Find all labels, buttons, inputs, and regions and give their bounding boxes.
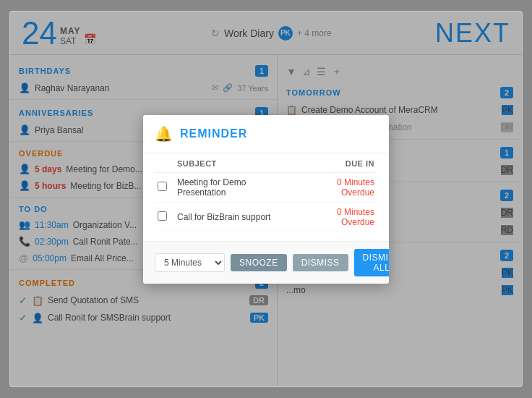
- modal-title: REMINDER: [180, 127, 247, 140]
- modal-header: 🔔 REMINDER: [143, 115, 389, 153]
- bell-icon: 🔔: [155, 125, 173, 143]
- checkbox-col-header: [155, 153, 174, 173]
- modal-body: SUBJECT DUE IN Meeting for Demo Presenta…: [143, 153, 389, 241]
- dismiss-all-button[interactable]: DISMISS ALL: [354, 249, 389, 276]
- reminder-modal: 🔔 REMINDER SUBJECT DUE IN: [143, 115, 389, 284]
- reminder-subject-1: Meeting for Demo Presentation: [174, 172, 299, 202]
- reminder-row-1: Meeting for Demo Presentation 0 Minutes …: [155, 172, 377, 202]
- reminder-due-2: 0 Minutes Overdue: [299, 202, 378, 232]
- subject-col-header: SUBJECT: [174, 153, 299, 173]
- snooze-button[interactable]: SNOOZE: [231, 254, 287, 271]
- reminder-subject-2: Call for BizBrain support: [174, 202, 299, 232]
- reminder-table: SUBJECT DUE IN Meeting for Demo Presenta…: [155, 153, 377, 232]
- modal-footer: 5 Minutes 10 Minutes 15 Minutes 30 Minut…: [143, 241, 389, 284]
- reminder-checkbox-1[interactable]: [158, 182, 167, 191]
- reminder-due-1: 0 Minutes Overdue: [299, 172, 378, 202]
- dismiss-button[interactable]: DISMISS: [293, 254, 348, 271]
- modal-overlay: 🔔 REMINDER SUBJECT DUE IN: [10, 12, 522, 386]
- reminder-row-2: Call for BizBrain support 0 Minutes Over…: [155, 202, 377, 232]
- reminder-checkbox-2[interactable]: [158, 211, 167, 221]
- app-container: 24 MAY SAT 📅 ↻ Work Diary PK + 4 more NE…: [9, 11, 523, 387]
- due-col-header: DUE IN: [299, 153, 378, 173]
- snooze-dropdown[interactable]: 5 Minutes 10 Minutes 15 Minutes 30 Minut…: [155, 253, 225, 272]
